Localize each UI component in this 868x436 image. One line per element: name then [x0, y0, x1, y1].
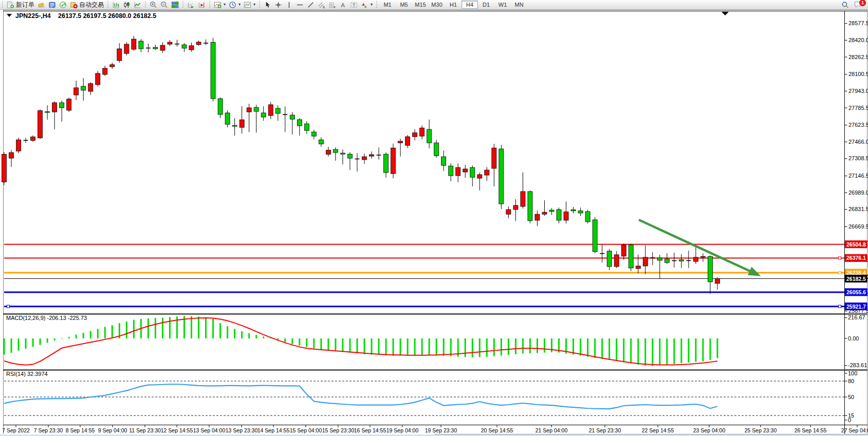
candle-body: [275, 108, 280, 113]
price-tick-label: 27943.0: [848, 88, 868, 94]
auto-scroll-button[interactable]: [186, 1, 196, 9]
toolbar-group-grip[interactable]: [258, 1, 261, 8]
auto-scroll-icon: [187, 1, 195, 9]
line-handle[interactable]: [839, 305, 841, 308]
tile-windows-button[interactable]: [170, 1, 180, 9]
vline-button[interactable]: [284, 1, 294, 9]
chart-shift-button[interactable]: [196, 1, 207, 9]
label-button[interactable]: T: [348, 1, 359, 9]
text-button[interactable]: A: [338, 1, 348, 9]
candle-body: [413, 132, 417, 137]
candle-body: [117, 49, 122, 61]
timeframe-M5[interactable]: M5: [396, 1, 412, 9]
rsi-line: [4, 384, 717, 409]
hline-icon: [296, 1, 304, 9]
trendline-button[interactable]: [305, 1, 316, 9]
toolbar-group-grip[interactable]: [2, 1, 4, 8]
rsi-panel: 1008050150RSI(14) 32.3974: [4, 370, 857, 423]
chart-title-row: JPN225-,H426137.5 26197.5 26080.0 26182.…: [7, 12, 156, 20]
macd-tick-label: 216.67: [848, 314, 865, 320]
candle-body: [124, 44, 129, 53]
time-tick-label: 7 Sep 23:30: [34, 427, 63, 433]
timeframe-M30[interactable]: M30: [429, 1, 445, 9]
zoom-in-button[interactable]: [148, 1, 159, 9]
new-order-icon: [7, 1, 14, 9]
candle-body: [528, 192, 532, 221]
price-badge-label: 26055.6: [846, 289, 866, 295]
toolbar: 新订单自动交易▾▾▾EFAT▾M1M5M15M30H1H4D1W1MN1: [0, 0, 868, 10]
notifications-button[interactable]: 1: [854, 1, 864, 9]
toolbar-group-grip[interactable]: [182, 1, 184, 8]
fibo-icon: F: [328, 1, 336, 9]
candle-body: [211, 43, 215, 99]
candle-body: [585, 212, 590, 222]
cursor-button[interactable]: [262, 1, 273, 9]
toolbar-group-grip[interactable]: [376, 1, 378, 8]
time-tick-label: 8 Sep 14:55: [66, 427, 95, 433]
chart-shift-icon: [198, 1, 206, 9]
svg-text:T: T: [353, 2, 355, 7]
timeframe-M1[interactable]: M1: [379, 1, 396, 9]
time-tick-label: 7 Sep 2022: [2, 427, 30, 433]
time-tick-label: 16 Sep 14:55: [354, 427, 386, 433]
fibo-button[interactable]: F: [327, 1, 338, 9]
price-chart[interactable]: 28577.528420.028262.528100.527943.027785…: [0, 0, 868, 436]
price-badges: 26504.826376.126238.426182.526055.625921…: [7, 240, 868, 310]
candle-body: [700, 257, 705, 257]
candle-body: [290, 115, 294, 119]
candle-body: [593, 220, 597, 252]
candle-body: [268, 105, 273, 116]
toolbar-group-grip[interactable]: [144, 1, 146, 8]
candle-body: [333, 149, 338, 153]
shapes-button[interactable]: ▾: [359, 1, 374, 9]
candle-body: [81, 86, 86, 90]
new-order-button[interactable]: 新订单: [5, 1, 36, 9]
timeframe-MN[interactable]: MN: [511, 1, 527, 9]
label-icon: T: [350, 1, 358, 9]
chart-shift-marker[interactable]: [722, 12, 729, 15]
toolbar-group-grip[interactable]: [209, 1, 211, 8]
auto-trading-button[interactable]: 自动交易: [68, 1, 105, 9]
chevron-down-icon[interactable]: ▾: [238, 3, 241, 7]
macd-tick-label: -283.61: [848, 362, 867, 368]
chevron-down-icon[interactable]: ▾: [224, 3, 226, 7]
time-axis[interactable]: 7 Sep 20227 Sep 23:308 Sep 14:559 Sep 04…: [2, 425, 868, 433]
bar-chart-button[interactable]: [110, 1, 121, 9]
templates-button[interactable]: ▾: [242, 1, 257, 9]
toolbar-group-grip[interactable]: [107, 1, 109, 8]
timeframe-W1[interactable]: W1: [494, 1, 511, 9]
candlestick-icon: [123, 1, 131, 9]
candle-body: [535, 214, 540, 220]
chart-frame: [3, 10, 867, 434]
trend-arrow[interactable]: [639, 220, 761, 276]
search-icon[interactable]: [840, 1, 851, 9]
line-handle[interactable]: [839, 257, 841, 259]
zoom-out-button[interactable]: [159, 1, 170, 9]
signal-button[interactable]: [58, 1, 68, 9]
time-tick-label: 22 Sep 14:55: [642, 427, 674, 433]
timeframe-M15[interactable]: M15: [412, 1, 429, 9]
line-chart-button[interactable]: [132, 1, 143, 9]
chevron-down-icon[interactable]: ▾: [371, 3, 373, 7]
chevron-down-icon[interactable]: [7, 14, 12, 17]
candle-body: [463, 169, 468, 172]
crosshair-button[interactable]: [273, 1, 284, 9]
indicators-button[interactable]: ▾: [212, 1, 227, 9]
candle-body: [52, 103, 57, 112]
line-handle[interactable]: [7, 305, 10, 308]
candle-body: [398, 141, 403, 143]
channel-button[interactable]: E: [316, 1, 327, 9]
periods-button[interactable]: ▾: [227, 1, 242, 9]
rsi-tick-label: 100: [848, 370, 857, 376]
candle-body: [657, 258, 662, 260]
line-handle[interactable]: [839, 271, 841, 274]
trend-arrow-shaft[interactable]: [639, 220, 753, 273]
candlestick-button[interactable]: [121, 1, 132, 9]
eraser-button[interactable]: [36, 1, 47, 9]
hline-button[interactable]: [294, 1, 305, 9]
chevron-down-icon[interactable]: ▾: [253, 3, 255, 7]
timeframe-D1[interactable]: D1: [478, 1, 494, 9]
timeframe-H4[interactable]: H4: [461, 1, 478, 9]
timeframe-H1[interactable]: H1: [445, 1, 461, 9]
profile-button[interactable]: [47, 1, 58, 9]
